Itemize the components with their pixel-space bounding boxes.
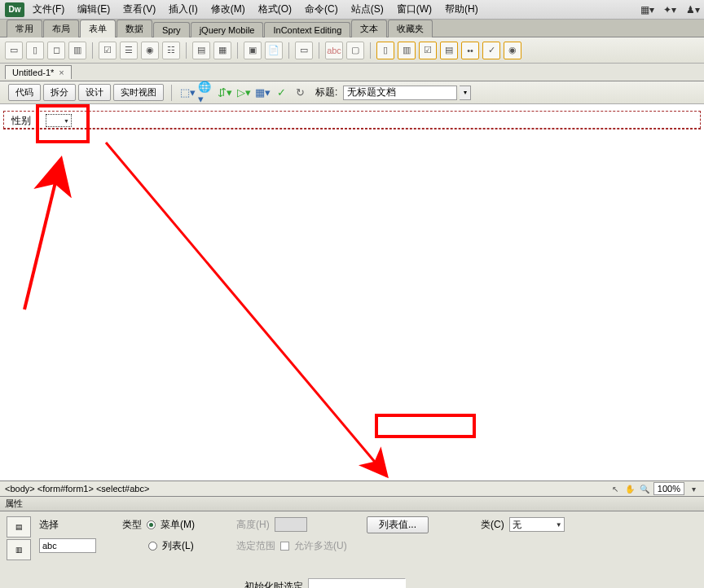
cat-tab-text[interactable]: 文本 bbox=[351, 20, 387, 37]
cat-tab-jquery[interactable]: jQuery Mobile bbox=[191, 22, 264, 37]
site-icon[interactable]: ♟▾ bbox=[686, 3, 699, 16]
spry-confirm-icon[interactable]: ✓ bbox=[482, 42, 500, 59]
spry-checkbox-icon[interactable]: ☑ bbox=[419, 42, 437, 59]
menu-edit[interactable]: 编辑(E) bbox=[73, 1, 115, 18]
radio-menu[interactable] bbox=[147, 520, 156, 529]
close-icon[interactable]: × bbox=[59, 68, 64, 77]
checkbox-icon[interactable]: ☑ bbox=[99, 42, 117, 59]
menu-commands[interactable]: 命令(C) bbox=[300, 1, 343, 18]
app-logo: Dw bbox=[5, 2, 24, 17]
toolbar-separator bbox=[92, 42, 93, 59]
type-label: 类型 bbox=[122, 518, 142, 532]
form-icon[interactable]: ▭ bbox=[5, 42, 23, 59]
view-code-button[interactable]: 代码 bbox=[8, 84, 41, 101]
layout-icon[interactable]: ▦▾ bbox=[640, 3, 653, 16]
design-canvas[interactable]: 性别 bbox=[0, 104, 704, 480]
refresh-icon[interactable]: ↻ bbox=[292, 85, 308, 101]
cat-tab-forms[interactable]: 表单 bbox=[80, 20, 116, 37]
spry-text-icon[interactable]: ▯ bbox=[376, 42, 394, 59]
cat-tab-data[interactable]: 数据 bbox=[117, 20, 152, 37]
textfield-icon[interactable]: ▯ bbox=[26, 42, 44, 59]
toolbar-separator bbox=[171, 85, 172, 101]
document-tab-label: Untitled-1* bbox=[12, 68, 54, 77]
title-dropdown-icon[interactable]: ▾ bbox=[460, 86, 471, 100]
cat-tab-common[interactable]: 常用 bbox=[7, 20, 42, 37]
document-tab[interactable]: Untitled-1* × bbox=[5, 65, 72, 79]
spry-radio-icon[interactable]: ◉ bbox=[504, 42, 521, 59]
insert-category-tabs: 常用 布局 表单 数据 Spry jQuery Mobile InContext… bbox=[0, 20, 704, 37]
toolbar-separator bbox=[237, 42, 238, 59]
select-tool-icon[interactable]: ↖ bbox=[609, 483, 621, 494]
radio-list[interactable] bbox=[148, 542, 157, 551]
title-label: 标题: bbox=[315, 86, 337, 99]
menu-insert[interactable]: 插入(I) bbox=[164, 1, 202, 18]
property-inspector-icon: ▤ bbox=[7, 516, 31, 538]
menubar-right: ▦▾ ✦▾ ♟▾ bbox=[640, 3, 699, 16]
cat-tab-layout[interactable]: 布局 bbox=[43, 20, 79, 37]
hand-tool-icon[interactable]: ✋ bbox=[624, 483, 636, 494]
range-label: 选定范围 bbox=[236, 539, 275, 553]
spry-select-icon[interactable]: ▤ bbox=[440, 42, 458, 59]
menu-file[interactable]: 文件(F) bbox=[28, 1, 69, 18]
view-live-button[interactable]: 实时视图 bbox=[113, 84, 164, 101]
id-input[interactable] bbox=[39, 538, 96, 553]
spry-textarea-icon[interactable]: ▥ bbox=[398, 42, 416, 59]
field-label-gender: 性别 bbox=[11, 114, 31, 128]
zoom-tool-icon[interactable]: 🔍 bbox=[639, 483, 650, 494]
properties-header[interactable]: 属性 bbox=[0, 497, 704, 511]
menu-bar: Dw 文件(F) 编辑(E) 查看(V) 插入(I) 修改(M) 格式(O) 命… bbox=[0, 0, 704, 20]
radio-group-icon[interactable]: ☷ bbox=[162, 42, 180, 59]
file-mgmt-icon[interactable]: ⇵▾ bbox=[217, 85, 233, 101]
visual-aids-icon[interactable]: ▦▾ bbox=[254, 85, 271, 101]
jump-menu-icon[interactable]: ▦ bbox=[213, 42, 231, 59]
height-input bbox=[275, 517, 307, 532]
radio-list-label: 列表(L) bbox=[162, 539, 194, 553]
toolbar-separator bbox=[370, 42, 371, 59]
properties-panel: ▤ ▥ 选择 类型 菜单(M) 列表(L) 高度(H) 选定范围 允许多选(U) bbox=[0, 511, 704, 577]
fieldset-icon[interactable]: ▢ bbox=[346, 42, 364, 59]
label-icon[interactable]: abc bbox=[325, 42, 343, 59]
form-dashed-outline-bottom bbox=[3, 129, 701, 129]
toolbar-separator bbox=[288, 42, 289, 59]
init-select-input[interactable] bbox=[308, 578, 406, 588]
title-input[interactable] bbox=[343, 86, 457, 100]
view-design-button[interactable]: 设计 bbox=[78, 84, 111, 101]
hidden-icon[interactable]: ◻ bbox=[47, 42, 65, 59]
server-debug-icon[interactable]: ⬚▾ bbox=[179, 85, 196, 101]
spry-password-icon[interactable]: •• bbox=[461, 42, 479, 59]
textarea-icon[interactable]: ▥ bbox=[68, 42, 86, 59]
preview-icon[interactable]: ▷▾ bbox=[235, 85, 252, 101]
form-dashed-outline bbox=[3, 111, 701, 129]
checkbox-group-icon[interactable]: ☰ bbox=[120, 42, 138, 59]
menu-help[interactable]: 帮助(H) bbox=[440, 1, 483, 18]
menu-window[interactable]: 窗口(W) bbox=[392, 1, 437, 18]
zoom-level[interactable]: 100% bbox=[653, 482, 684, 495]
multi-label: 允许多选(U) bbox=[294, 539, 347, 553]
browser-preview-icon[interactable]: 🌐▾ bbox=[198, 85, 214, 101]
cat-tab-spry[interactable]: Spry bbox=[153, 22, 190, 37]
multi-checkbox bbox=[280, 542, 289, 551]
view-split-button[interactable]: 拆分 bbox=[43, 84, 76, 101]
select-icon[interactable]: ▤ bbox=[192, 42, 210, 59]
menu-format[interactable]: 格式(O) bbox=[253, 1, 297, 18]
file-field-icon[interactable]: 📄 bbox=[265, 42, 283, 59]
tag-path[interactable]: <body> <form#form1> <select#abc> bbox=[5, 484, 149, 494]
menu-modify[interactable]: 修改(M) bbox=[206, 1, 250, 18]
class-combo[interactable]: 无 bbox=[509, 517, 565, 532]
button-icon[interactable]: ▭ bbox=[295, 42, 313, 59]
annotation-highlight-select bbox=[36, 104, 90, 143]
zoom-dropdown-icon[interactable]: ▾ bbox=[688, 483, 699, 494]
cat-tab-ice[interactable]: InContext Editing bbox=[264, 22, 350, 37]
class-label: 类(C) bbox=[481, 518, 504, 532]
radio-icon[interactable]: ◉ bbox=[141, 42, 159, 59]
menu-view[interactable]: 查看(V) bbox=[118, 1, 161, 18]
height-label: 高度(H) bbox=[236, 518, 270, 532]
radio-menu-label: 菜单(M) bbox=[161, 518, 195, 532]
validate-icon[interactable]: ✓ bbox=[273, 85, 289, 101]
extend-icon[interactable]: ✦▾ bbox=[663, 3, 676, 16]
select-label: 选择 bbox=[39, 518, 59, 532]
cat-tab-fav[interactable]: 收藏夹 bbox=[388, 20, 433, 37]
image-field-icon[interactable]: ▣ bbox=[244, 42, 262, 59]
list-values-button[interactable]: 列表值... bbox=[367, 516, 429, 533]
menu-site[interactable]: 站点(S) bbox=[346, 1, 389, 18]
